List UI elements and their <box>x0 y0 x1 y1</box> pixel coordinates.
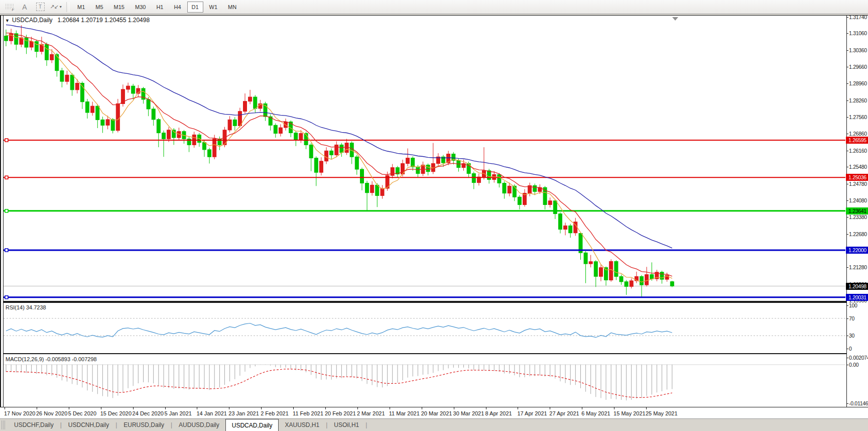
axis-tick-label: 100 <box>849 302 868 309</box>
timeframe-button-m30[interactable]: M30 <box>131 2 150 13</box>
axis-tick-mark <box>846 365 848 365</box>
date-tick-mark <box>69 407 69 409</box>
chevron-down-icon[interactable]: ▾ <box>60 5 62 9</box>
text-label-icon: T <box>36 3 45 11</box>
axis-tick-mark <box>846 403 848 404</box>
timeframe-button-h4[interactable]: H4 <box>169 2 185 13</box>
axis-tick-label: 1.23380 <box>849 213 868 221</box>
chart-tab-usdcad[interactable]: USDCAD,Daily <box>225 419 279 431</box>
axis-tick-label: 1.29660 <box>849 63 868 70</box>
axis-tick-mark <box>846 50 848 51</box>
collapse-arrow-icon[interactable]: ▼ <box>5 18 10 23</box>
rsi-chart-canvas[interactable] <box>4 303 845 353</box>
date-label: 2 Mar 2021 <box>357 410 385 416</box>
rsi-indicator-pane[interactable] <box>3 302 847 353</box>
axis-tick-mark <box>846 167 848 167</box>
date-label: 15 May 2021 <box>613 410 646 416</box>
axis-tick-mark <box>846 33 848 34</box>
chart-tab-usoil[interactable]: USOil,H1 <box>328 419 365 431</box>
timeframe-button-m15[interactable]: M15 <box>109 2 129 13</box>
axis-tick-label: 0 <box>849 345 868 352</box>
axis-tick-label: 1.31060 <box>849 30 868 37</box>
axis-tick-label: 1.24080 <box>849 197 868 204</box>
fibonacci-icon: F <box>5 4 14 10</box>
date-tick-mark <box>357 407 358 409</box>
arrows-tool-button[interactable]: ↗↙ ▾ <box>50 2 62 13</box>
chart-tab-audusd[interactable]: AUDUSD,Daily <box>173 419 225 431</box>
date-label: 30 Mar 2021 <box>453 410 484 416</box>
date-tick-mark <box>390 407 390 409</box>
axis-tick-mark <box>846 234 848 235</box>
date-tick-mark <box>101 407 101 409</box>
date-tick-mark <box>550 407 550 409</box>
ohlc-values: 1.20684 1.20719 1.20455 1.20498 <box>58 17 150 24</box>
axis-tick-label: 1.24780 <box>849 180 868 187</box>
timeframe-button-mn[interactable]: MN <box>223 2 241 13</box>
chart-shift-marker-icon[interactable] <box>672 17 678 21</box>
date-label: 2 Feb 2021 <box>261 410 289 416</box>
candlestick-chart-canvas[interactable] <box>4 16 845 301</box>
timeframe-button-d1[interactable]: D1 <box>187 2 203 13</box>
axis-tick-mark <box>846 349 848 349</box>
price-line-badge: 1.23641 <box>846 207 868 214</box>
date-tick-mark <box>422 407 422 409</box>
date-tick-mark <box>229 407 229 409</box>
axis-tick-mark <box>846 318 848 319</box>
axis-tick-mark <box>846 83 848 84</box>
date-label: 25 May 2021 <box>646 410 678 416</box>
chart-tab-xauusd[interactable]: XAUUSD,H1 <box>279 419 325 431</box>
date-label: 26 Nov 2020 <box>36 410 67 416</box>
date-label: 27 Apr 2021 <box>549 410 579 416</box>
axis-tick-mark <box>846 336 848 336</box>
axis-tick-label: 70 <box>849 315 868 322</box>
date-label: 17 Apr 2021 <box>517 410 547 416</box>
axis-tick-mark <box>846 217 848 218</box>
date-tick-mark <box>646 407 647 409</box>
text-label-tool-button[interactable]: T <box>34 2 46 13</box>
date-tick-mark <box>614 407 614 409</box>
axis-tick-label: 30 <box>849 332 868 339</box>
timeframe-button-group: M1M5M15M30H1H4D1W1MN <box>73 2 242 13</box>
macd-indicator-pane[interactable] <box>3 353 847 407</box>
date-tick-mark <box>325 407 326 409</box>
macd-indicator-label: MACD(12,26,9) -0.005893 -0.007298 <box>6 356 97 362</box>
timeframe-button-w1[interactable]: W1 <box>205 2 222 13</box>
timeframe-button-m5[interactable]: M5 <box>91 2 107 13</box>
date-tick-mark <box>37 407 37 409</box>
mt4-application: F A T ↗↙ ▾ M1M5M15M30H1H4D1W1MN ▼USDCAD,… <box>0 0 868 431</box>
axis-tick-mark <box>846 117 848 118</box>
date-label: 17 Nov 2020 <box>4 410 35 416</box>
date-tick-mark <box>518 407 518 409</box>
timeframe-button-h1[interactable]: H1 <box>152 2 168 13</box>
date-tick-mark <box>197 407 197 409</box>
text-icon: A <box>22 3 27 11</box>
date-label: 15 Dec 2020 <box>100 410 132 416</box>
date-axis: 17 Nov 202026 Nov 20205 Dec 202015 Dec 2… <box>0 407 868 418</box>
date-label: 20 Feb 2021 <box>325 410 356 416</box>
macd-chart-canvas[interactable] <box>4 354 845 407</box>
date-label: 20 Mar 2021 <box>421 410 452 416</box>
symbol-period-label: USDCAD,Daily <box>12 17 53 24</box>
date-tick-mark <box>261 407 262 409</box>
fibonacci-tool-button[interactable]: F <box>3 2 15 13</box>
toolbar-drag-handle[interactable] <box>66 2 69 12</box>
chart-tab-eurusd[interactable]: EURUSD,Daily <box>117 419 170 431</box>
window-left-border <box>0 15 1 418</box>
axis-tick-label: 0.00 <box>849 361 868 368</box>
timeframe-button-m1[interactable]: M1 <box>73 2 89 13</box>
axis-tick-label: 1.25480 <box>849 163 868 170</box>
chart-tab-usdcnh[interactable]: USDCNH,Daily <box>62 419 115 431</box>
price-chart-pane[interactable] <box>3 16 847 302</box>
axis-tick-label: 1.31740 <box>849 14 868 21</box>
axis-tick-mark <box>846 17 848 18</box>
price-line-badge: 1.26595 <box>846 137 868 144</box>
axis-tick-label: 0.002074 <box>849 354 868 361</box>
date-tick-mark <box>454 407 454 409</box>
price-line-badge: 1.22000 <box>846 247 868 254</box>
date-tick-mark <box>582 407 582 409</box>
chart-title: ▼USDCAD,Daily1.20684 1.20719 1.20455 1.2… <box>5 17 150 24</box>
axis-tick-mark <box>846 134 848 134</box>
chart-tab-usdchf[interactable]: USDCHF,Daily <box>8 419 60 431</box>
text-tool-button[interactable]: A <box>19 2 31 13</box>
date-label: 5 Jan 2021 <box>165 410 192 416</box>
